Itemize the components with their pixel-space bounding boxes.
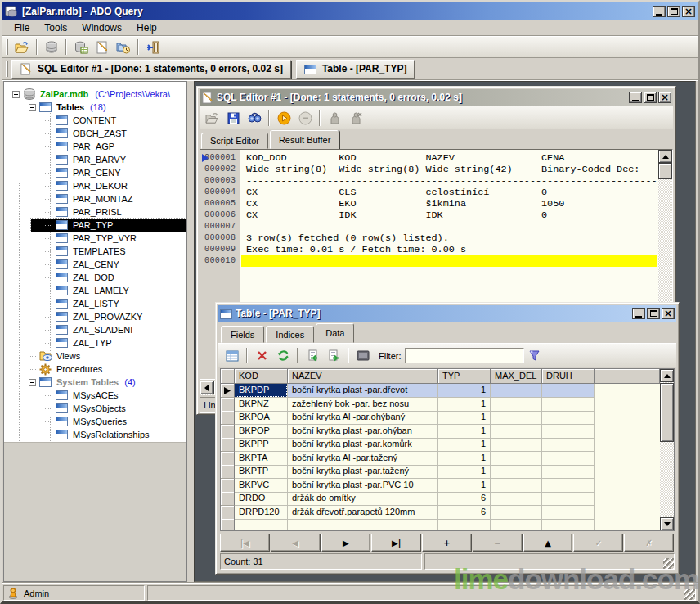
tab-table-par-typ[interactable]: Table - [PAR_TYP] bbox=[296, 60, 415, 79]
blob-view-button[interactable] bbox=[352, 346, 374, 365]
tree-node-tables[interactable]: Tables(18) bbox=[4, 101, 186, 114]
nav-delete-button[interactable]: − bbox=[473, 534, 523, 552]
scroll-up-button[interactable] bbox=[658, 150, 672, 163]
tree-item-zal_ceny[interactable]: ZAL_CENY bbox=[4, 258, 186, 271]
tab-indices[interactable]: Indices bbox=[266, 326, 314, 343]
tab-sql-editor[interactable]: SQL Editor #1 - [Done: 1 statements, 0 e… bbox=[11, 60, 291, 79]
tree-node-views[interactable]: Views bbox=[4, 349, 186, 363]
tree-item-content[interactable]: CONTENT bbox=[4, 114, 186, 127]
maximize-button[interactable] bbox=[647, 308, 660, 319]
tree-item-par_agp[interactable]: PAR_AGP bbox=[4, 140, 186, 153]
table-row[interactable]: BKPTAboční krytka Al -par.tažený1 bbox=[221, 452, 660, 466]
nav-edit-button[interactable]: ▲ bbox=[523, 534, 573, 552]
tree-item-obch_zast[interactable]: OBCH_ZAST bbox=[4, 127, 186, 140]
open-database-button[interactable] bbox=[11, 38, 33, 56]
tree-item-zal_dod[interactable]: ZAL_DOD bbox=[4, 271, 186, 284]
column-header-druh[interactable]: DRUH bbox=[542, 369, 595, 384]
scrollbar-thumb[interactable] bbox=[658, 163, 672, 179]
close-button[interactable]: × bbox=[658, 92, 671, 103]
table-row[interactable]: DRPD120držák dřevotř.parapetů 120mm6 bbox=[221, 506, 660, 520]
grid-vertical-scrollbar[interactable] bbox=[660, 369, 674, 530]
minimize-button[interactable] bbox=[653, 6, 666, 17]
delete-row-button[interactable] bbox=[251, 346, 272, 365]
nav-first-button[interactable]: |◀ bbox=[220, 534, 270, 552]
tree-item-par_prisl[interactable]: PAR_PRISL bbox=[4, 205, 186, 219]
minimize-button[interactable] bbox=[632, 308, 645, 319]
nav-post-button[interactable]: ✓ bbox=[573, 534, 623, 552]
table-row[interactable]: BKPVCboční krytka plast -par.PVC 101 bbox=[221, 479, 660, 493]
table-row[interactable]: BKPTPboční krytka plast -par.tažený1 bbox=[221, 465, 660, 479]
scroll-down-button[interactable] bbox=[660, 517, 674, 530]
menu-tools[interactable]: Tools bbox=[37, 20, 74, 35]
close-button[interactable]: × bbox=[662, 308, 675, 319]
folder-clock-button[interactable] bbox=[113, 38, 134, 56]
tree-item-templates[interactable]: TEMPLATES bbox=[4, 245, 186, 258]
maximize-button[interactable] bbox=[644, 92, 657, 103]
open-script-button[interactable] bbox=[201, 109, 222, 128]
exit-button[interactable] bbox=[142, 38, 164, 56]
filter-input[interactable] bbox=[405, 348, 524, 363]
database-schema-button[interactable] bbox=[70, 38, 92, 56]
tree-item-zal_typ[interactable]: ZAL_TYP bbox=[4, 336, 186, 349]
scroll-left-button[interactable] bbox=[200, 381, 213, 394]
tab-fields[interactable]: Fields bbox=[221, 326, 264, 343]
scroll-up-button[interactable] bbox=[660, 369, 674, 382]
import-button[interactable] bbox=[302, 346, 323, 365]
tree-item-par_barvy[interactable]: PAR_BARVY bbox=[4, 153, 186, 166]
tree-item-par_montaz[interactable]: PAR_MONTAZ bbox=[4, 192, 186, 205]
toolbar-grip[interactable] bbox=[6, 39, 8, 55]
menu-file[interactable]: File bbox=[7, 20, 37, 35]
table-row[interactable]: BKPOAboční krytka Al -par.ohýbaný1 bbox=[221, 411, 660, 425]
sql-editor-button[interactable] bbox=[92, 38, 113, 56]
table-row[interactable]: BKPPPboční krytka plast -par.komůrk1 bbox=[221, 438, 660, 452]
tree-item-zal_listy[interactable]: ZAL_LISTY bbox=[4, 297, 186, 310]
stop-button[interactable] bbox=[294, 109, 316, 128]
grid-view-button[interactable] bbox=[222, 346, 243, 365]
tree-item-zal_sladeni[interactable]: ZAL_SLADENI bbox=[4, 323, 186, 336]
export-button[interactable] bbox=[323, 346, 344, 365]
table-row[interactable]: BKPNZzažehlený bok -par. bez nosu1 bbox=[221, 398, 660, 412]
column-header-nazev[interactable]: NAZEV bbox=[288, 369, 438, 384]
minimize-button[interactable] bbox=[629, 92, 642, 103]
refresh-button[interactable] bbox=[272, 346, 294, 365]
maximize-button[interactable] bbox=[667, 6, 680, 17]
database-button[interactable] bbox=[41, 38, 62, 56]
tree-item-zal_lamely[interactable]: ZAL_LAMELY bbox=[4, 284, 186, 297]
commit-button[interactable] bbox=[324, 109, 345, 128]
find-button[interactable] bbox=[244, 109, 265, 128]
tree-item-msysobjects[interactable]: MSysObjects bbox=[4, 402, 186, 415]
tabbar-grip[interactable] bbox=[6, 61, 8, 77]
table-row[interactable]: BKPDPboční krytka plast -par.dřevot1 bbox=[221, 384, 660, 398]
column-header-kod[interactable]: KOD bbox=[235, 369, 288, 384]
tree-node-system-tables[interactable]: System Tables(4) bbox=[4, 376, 186, 389]
tree-item-par_typ_vyr[interactable]: PAR_TYP_VYR bbox=[4, 232, 186, 245]
execute-button[interactable] bbox=[273, 109, 294, 128]
column-header-max_del[interactable]: MAX_DEL bbox=[491, 369, 542, 384]
nav-insert-button[interactable]: + bbox=[422, 534, 472, 552]
nav-prior-button[interactable]: ◀ bbox=[271, 534, 321, 552]
table-row[interactable]: BKPOPboční krytka plast -par.ohýban1 bbox=[221, 425, 660, 439]
table-row[interactable]: DRDOdržák do omítky6 bbox=[221, 492, 660, 506]
tree-expand-icon[interactable] bbox=[29, 104, 36, 111]
scrollbar-thumb[interactable] bbox=[660, 383, 674, 442]
save-button[interactable] bbox=[222, 109, 244, 128]
data-grid[interactable]: KODNAZEVTYPMAX_DELDRUHBKPDPboční krytka … bbox=[220, 368, 675, 531]
tree-item-msysrelationships[interactable]: MSysRelationships bbox=[4, 428, 186, 441]
tab-script-editor[interactable]: Script Editor bbox=[201, 133, 268, 149]
tree-expand-icon[interactable] bbox=[12, 91, 20, 98]
menu-help[interactable]: Help bbox=[129, 20, 164, 35]
filter-funnel-icon[interactable] bbox=[524, 346, 545, 365]
column-header-typ[interactable]: TYP bbox=[438, 369, 491, 384]
nav-last-button[interactable]: ▶| bbox=[371, 534, 421, 552]
tree-item-msysaces[interactable]: MSysACEs bbox=[4, 389, 186, 402]
tree-expand-icon[interactable] bbox=[29, 379, 36, 386]
tree-item-zal_provazky[interactable]: ZAL_PROVAZKY bbox=[4, 310, 186, 323]
rollback-button[interactable] bbox=[345, 109, 366, 128]
tree-item-par_ceny[interactable]: PAR_CENY bbox=[4, 166, 186, 179]
tree-root[interactable]: ZalPar.mdb(C:\Projects\Vekra\ bbox=[4, 88, 186, 101]
tree-item-par_dekor[interactable]: PAR_DEKOR bbox=[4, 179, 186, 192]
tab-result-buffer[interactable]: Result Buffer bbox=[270, 130, 339, 149]
close-button[interactable]: × bbox=[682, 6, 695, 17]
nav-next-button[interactable]: ▶ bbox=[321, 534, 371, 552]
tab-data[interactable]: Data bbox=[316, 323, 354, 343]
